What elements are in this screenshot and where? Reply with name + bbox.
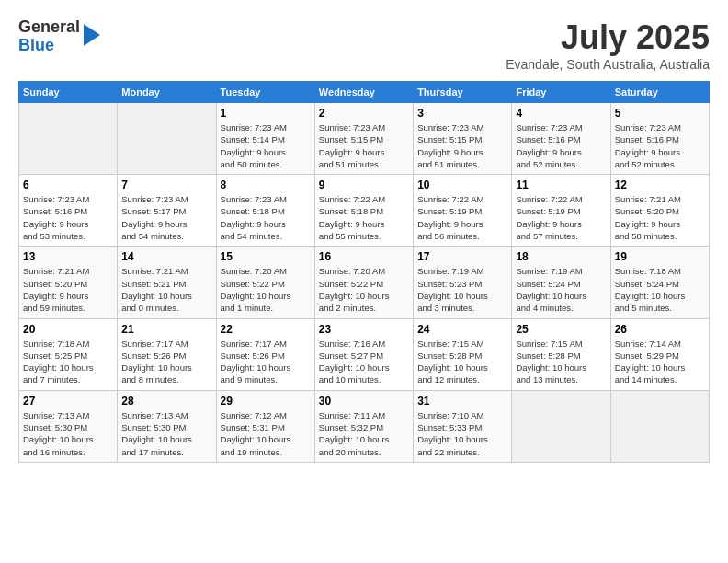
- calendar-cell: 26Sunrise: 7:14 AM Sunset: 5:29 PM Dayli…: [610, 318, 709, 390]
- logo: General Blue: [18, 18, 100, 55]
- day-number: 23: [319, 323, 409, 336]
- calendar-cell: 15Sunrise: 7:20 AM Sunset: 5:22 PM Dayli…: [216, 247, 314, 318]
- calendar-cell: [19, 103, 118, 175]
- calendar-cell: 21Sunrise: 7:17 AM Sunset: 5:26 PM Dayli…: [118, 318, 216, 390]
- day-number: 18: [516, 250, 606, 263]
- calendar-cell: 25Sunrise: 7:15 AM Sunset: 5:28 PM Dayli…: [512, 318, 610, 390]
- calendar-cell: 7Sunrise: 7:23 AM Sunset: 5:17 PM Daylig…: [118, 175, 216, 247]
- day-info: Sunrise: 7:17 AM Sunset: 5:26 PM Dayligh…: [121, 338, 211, 386]
- calendar-cell: 12Sunrise: 7:21 AM Sunset: 5:20 PM Dayli…: [610, 175, 709, 247]
- calendar-week-row: 6Sunrise: 7:23 AM Sunset: 5:16 PM Daylig…: [19, 175, 710, 247]
- day-number: 6: [23, 178, 113, 191]
- day-number: 22: [221, 323, 311, 336]
- day-info: Sunrise: 7:10 AM Sunset: 5:33 PM Dayligh…: [417, 409, 507, 458]
- calendar-cell: 4Sunrise: 7:23 AM Sunset: 5:16 PM Daylig…: [512, 103, 610, 175]
- calendar-cell: 31Sunrise: 7:10 AM Sunset: 5:33 PM Dayli…: [414, 390, 512, 462]
- calendar-week-row: 27Sunrise: 7:13 AM Sunset: 5:30 PM Dayli…: [19, 390, 710, 462]
- day-number: 29: [221, 395, 311, 408]
- calendar-cell: 23Sunrise: 7:16 AM Sunset: 5:27 PM Dayli…: [314, 318, 413, 390]
- calendar-cell: 22Sunrise: 7:17 AM Sunset: 5:26 PM Dayli…: [216, 318, 314, 390]
- calendar-cell: 6Sunrise: 7:23 AM Sunset: 5:16 PM Daylig…: [19, 175, 118, 247]
- calendar-cell: [610, 390, 709, 462]
- day-info: Sunrise: 7:19 AM Sunset: 5:24 PM Dayligh…: [516, 265, 606, 314]
- day-info: Sunrise: 7:14 AM Sunset: 5:29 PM Dayligh…: [615, 338, 705, 386]
- day-of-week-header: Thursday: [414, 82, 512, 103]
- logo-blue: Blue: [18, 37, 80, 55]
- day-of-week-header: Friday: [512, 82, 610, 103]
- day-number: 28: [121, 395, 211, 408]
- day-info: Sunrise: 7:18 AM Sunset: 5:24 PM Dayligh…: [615, 265, 705, 314]
- day-info: Sunrise: 7:23 AM Sunset: 5:15 PM Dayligh…: [417, 121, 507, 170]
- day-info: Sunrise: 7:22 AM Sunset: 5:19 PM Dayligh…: [417, 193, 507, 242]
- calendar-cell: 28Sunrise: 7:13 AM Sunset: 5:30 PM Dayli…: [118, 390, 216, 462]
- day-number: 30: [319, 395, 409, 408]
- day-info: Sunrise: 7:22 AM Sunset: 5:19 PM Dayligh…: [516, 193, 606, 242]
- day-info: Sunrise: 7:21 AM Sunset: 5:21 PM Dayligh…: [121, 265, 211, 314]
- day-number: 20: [23, 323, 113, 336]
- day-info: Sunrise: 7:16 AM Sunset: 5:27 PM Dayligh…: [319, 338, 409, 386]
- calendar-cell: 5Sunrise: 7:23 AM Sunset: 5:16 PM Daylig…: [610, 103, 709, 175]
- day-of-week-header: Tuesday: [216, 82, 314, 103]
- day-info: Sunrise: 7:23 AM Sunset: 5:14 PM Dayligh…: [221, 121, 311, 170]
- page-header: General Blue July 2025 Evandale, South A…: [18, 18, 710, 72]
- day-of-week-header: Sunday: [19, 82, 118, 103]
- day-info: Sunrise: 7:23 AM Sunset: 5:16 PM Dayligh…: [615, 121, 705, 170]
- calendar-cell: 11Sunrise: 7:22 AM Sunset: 5:19 PM Dayli…: [512, 175, 610, 247]
- calendar-header: SundayMondayTuesdayWednesdayThursdayFrid…: [19, 82, 710, 103]
- calendar-cell: 19Sunrise: 7:18 AM Sunset: 5:24 PM Dayli…: [610, 247, 709, 318]
- day-info: Sunrise: 7:23 AM Sunset: 5:16 PM Dayligh…: [516, 121, 606, 170]
- day-number: 10: [417, 178, 507, 191]
- day-info: Sunrise: 7:18 AM Sunset: 5:25 PM Dayligh…: [23, 338, 113, 386]
- day-number: 15: [221, 250, 311, 263]
- calendar-cell: 24Sunrise: 7:15 AM Sunset: 5:28 PM Dayli…: [414, 318, 512, 390]
- day-info: Sunrise: 7:13 AM Sunset: 5:30 PM Dayligh…: [121, 409, 211, 458]
- day-info: Sunrise: 7:23 AM Sunset: 5:15 PM Dayligh…: [319, 121, 409, 170]
- day-number: 1: [221, 107, 311, 120]
- day-number: 11: [516, 178, 606, 191]
- day-number: 16: [319, 250, 409, 263]
- day-number: 4: [516, 107, 606, 120]
- calendar-cell: 17Sunrise: 7:19 AM Sunset: 5:23 PM Dayli…: [414, 247, 512, 318]
- calendar-cell: 9Sunrise: 7:22 AM Sunset: 5:18 PM Daylig…: [314, 175, 413, 247]
- calendar-table: SundayMondayTuesdayWednesdayThursdayFrid…: [18, 81, 710, 463]
- day-info: Sunrise: 7:23 AM Sunset: 5:17 PM Dayligh…: [121, 193, 211, 242]
- calendar-cell: 13Sunrise: 7:21 AM Sunset: 5:20 PM Dayli…: [19, 247, 118, 318]
- day-info: Sunrise: 7:19 AM Sunset: 5:23 PM Dayligh…: [417, 265, 507, 314]
- calendar-cell: 2Sunrise: 7:23 AM Sunset: 5:15 PM Daylig…: [314, 103, 413, 175]
- calendar-cell: 30Sunrise: 7:11 AM Sunset: 5:32 PM Dayli…: [314, 390, 413, 462]
- day-number: 17: [417, 250, 507, 263]
- title-block: July 2025 Evandale, South Australia, Aus…: [506, 18, 710, 72]
- day-number: 24: [417, 323, 507, 336]
- day-number: 27: [23, 395, 113, 408]
- calendar-cell: 3Sunrise: 7:23 AM Sunset: 5:15 PM Daylig…: [414, 103, 512, 175]
- day-of-week-header: Saturday: [610, 82, 709, 103]
- calendar-week-row: 20Sunrise: 7:18 AM Sunset: 5:25 PM Dayli…: [19, 318, 710, 390]
- day-info: Sunrise: 7:23 AM Sunset: 5:16 PM Dayligh…: [23, 193, 113, 242]
- day-number: 8: [221, 178, 311, 191]
- location-subtitle: Evandale, South Australia, Australia: [506, 57, 710, 72]
- day-info: Sunrise: 7:22 AM Sunset: 5:18 PM Dayligh…: [319, 193, 409, 242]
- day-info: Sunrise: 7:11 AM Sunset: 5:32 PM Dayligh…: [319, 409, 409, 458]
- day-of-week-header: Monday: [118, 82, 216, 103]
- day-number: 25: [516, 323, 606, 336]
- day-info: Sunrise: 7:15 AM Sunset: 5:28 PM Dayligh…: [417, 338, 507, 386]
- day-number: 3: [417, 107, 507, 120]
- calendar-cell: 29Sunrise: 7:12 AM Sunset: 5:31 PM Dayli…: [216, 390, 314, 462]
- logo-text: General Blue: [18, 18, 80, 55]
- calendar-cell: 18Sunrise: 7:19 AM Sunset: 5:24 PM Dayli…: [512, 247, 610, 318]
- day-number: 19: [615, 250, 705, 263]
- day-info: Sunrise: 7:20 AM Sunset: 5:22 PM Dayligh…: [319, 265, 409, 314]
- calendar-cell: [118, 103, 216, 175]
- calendar-cell: 8Sunrise: 7:23 AM Sunset: 5:18 PM Daylig…: [216, 175, 314, 247]
- day-number: 31: [417, 395, 507, 408]
- day-number: 14: [121, 250, 211, 263]
- day-info: Sunrise: 7:12 AM Sunset: 5:31 PM Dayligh…: [221, 409, 311, 458]
- calendar-cell: 20Sunrise: 7:18 AM Sunset: 5:25 PM Dayli…: [19, 318, 118, 390]
- calendar-week-row: 1Sunrise: 7:23 AM Sunset: 5:14 PM Daylig…: [19, 103, 710, 175]
- calendar-cell: [512, 390, 610, 462]
- day-info: Sunrise: 7:13 AM Sunset: 5:30 PM Dayligh…: [23, 409, 113, 458]
- day-of-week-header: Wednesday: [314, 82, 413, 103]
- day-info: Sunrise: 7:23 AM Sunset: 5:18 PM Dayligh…: [221, 193, 311, 242]
- calendar-cell: 27Sunrise: 7:13 AM Sunset: 5:30 PM Dayli…: [19, 390, 118, 462]
- calendar-cell: 10Sunrise: 7:22 AM Sunset: 5:19 PM Dayli…: [414, 175, 512, 247]
